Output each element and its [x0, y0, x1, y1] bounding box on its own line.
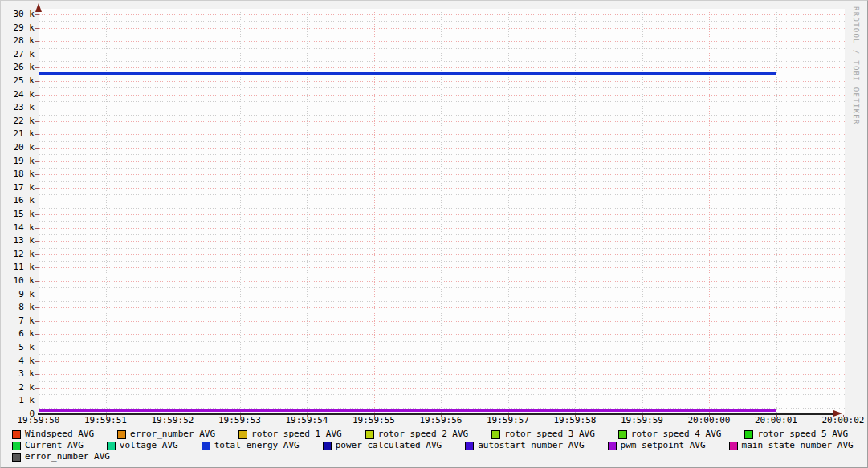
legend-label: rotor speed 1 AVG: [251, 429, 342, 440]
x-tick-label: 19:59:55: [348, 416, 401, 425]
legend-label: rotor speed 2 AVG: [378, 429, 469, 440]
y-tick-label: 19 k: [1, 157, 35, 166]
legend-row: error_number AVG: [12, 451, 868, 462]
legend-item: power_calculated AVG: [323, 440, 442, 451]
y-tick-label: 29 k: [1, 23, 35, 33]
legend-label: total_energy AVG: [214, 440, 300, 451]
y-tick-label: 7 k: [1, 316, 35, 326]
legend-swatch: [729, 442, 738, 450]
y-tick-label: 30 k: [1, 10, 35, 19]
legend-swatch: [323, 442, 332, 450]
x-tick-label: 19:59:53: [214, 416, 267, 425]
legend-label: rotor speed 5 AVG: [757, 429, 848, 440]
legend-item: rotor speed 4 AVG: [618, 429, 722, 440]
y-tick-label: 18 k: [1, 169, 35, 179]
x-tick-label: 19:59:52: [146, 416, 199, 425]
x-tick-label: 19:59:50: [12, 416, 65, 425]
legend-swatch: [202, 442, 210, 450]
x-tick-label: 19:59:57: [482, 416, 535, 425]
legend-item: rotor speed 3 AVG: [491, 429, 595, 440]
legend-label: error_number AVG: [25, 451, 110, 462]
y-tick-label: 26 k: [1, 63, 35, 72]
legend-item: error_number AVG: [117, 429, 215, 440]
x-tick-label: 19:59:54: [280, 416, 333, 425]
legend-swatch: [618, 430, 627, 439]
x-tick-label: 19:59:51: [79, 416, 132, 425]
y-tick-label: 17 k: [1, 183, 35, 193]
x-tick-label: 20:00:02: [817, 416, 868, 425]
y-tick-label: 4 k: [1, 356, 35, 366]
legend-swatch: [491, 430, 500, 439]
x-tick-label: 19:59:56: [414, 416, 467, 425]
legend-item: autostart_number AVG: [465, 440, 584, 451]
y-tick-label: 24 k: [1, 90, 35, 100]
legend-item: rotor speed 5 AVG: [744, 429, 848, 440]
legend-swatch: [744, 430, 753, 439]
legend-label: rotor speed 4 AVG: [631, 429, 722, 440]
legend: Windspeed AVGerror_number AVGrotor speed…: [12, 429, 868, 462]
y-tick-label: 28 k: [1, 36, 35, 46]
legend-swatch: [107, 442, 116, 450]
legend-swatch: [12, 453, 21, 462]
legend-label: rotor speed 3 AVG: [504, 429, 595, 440]
legend-item: total_energy AVG: [202, 440, 300, 451]
y-tick-label: 9 k: [1, 290, 35, 299]
legend-label: Current AVG: [25, 440, 84, 451]
y-tick-label: 27 k: [1, 50, 35, 59]
legend-item: Windspeed AVG: [12, 429, 94, 440]
legend-item: rotor speed 2 AVG: [365, 429, 469, 440]
legend-item: Current AVG: [12, 440, 84, 451]
y-tick-label: 23 k: [1, 103, 35, 112]
legend-swatch: [365, 430, 374, 439]
y-tick-label: 12 k: [1, 250, 35, 259]
x-tick-label: 19:59:58: [548, 416, 601, 425]
y-tick-label: 5 k: [1, 343, 35, 352]
y-tick-label: 21 k: [1, 129, 35, 139]
legend-label: pwm_setpoint AVG: [621, 440, 706, 451]
legend-label: power_calculated AVG: [336, 440, 442, 451]
y-tick-label: 10 k: [1, 276, 35, 286]
legend-item: pwm_setpoint AVG: [608, 440, 706, 451]
y-tick-label: 1 k: [1, 396, 35, 405]
legend-swatch: [238, 430, 247, 439]
legend-label: voltage AVG: [120, 440, 178, 451]
y-tick-label: 6 k: [1, 329, 35, 339]
legend-swatch: [12, 442, 21, 450]
y-tick-label: 16 k: [1, 196, 35, 206]
legend-row: Windspeed AVGerror_number AVGrotor speed…: [12, 429, 868, 440]
x-tick-label: 19:59:59: [616, 416, 669, 425]
y-tick-label: 15 k: [1, 210, 35, 219]
legend-item: voltage AVG: [107, 440, 178, 451]
y-tick-label: 13 k: [1, 236, 35, 246]
y-tick-label: 25 k: [1, 76, 35, 86]
y-tick-label: 14 k: [1, 223, 35, 233]
y-tick-label: 2 k: [1, 383, 35, 393]
y-tick-label: 3 k: [1, 369, 35, 379]
legend-item: main_state_number AVG: [729, 440, 854, 451]
watermark: RRDTOOL / TOBI OETIKER: [852, 6, 860, 125]
y-tick-label: 20 k: [1, 143, 35, 153]
legend-swatch: [117, 430, 126, 439]
legend-label: main_state_number AVG: [742, 440, 854, 451]
x-tick-label: 20:00:01: [750, 416, 803, 425]
y-tick-label: 11 k: [1, 262, 35, 272]
legend-item: error_number AVG: [12, 451, 110, 462]
legend-swatch: [608, 442, 617, 450]
legend-row: Current AVGvoltage AVGtotal_energy AVGpo…: [12, 440, 868, 451]
legend-label: autostart_number AVG: [478, 440, 584, 451]
y-tick-label: 8 k: [1, 303, 35, 312]
rrdtool-graph: 30 k29 k28 k27 k26 k25 k24 k23 k22 k21 k…: [0, 0, 868, 468]
axis-label-layer: 30 k29 k28 k27 k26 k25 k24 k23 k22 k21 k…: [1, 1, 867, 467]
legend-label: error_number AVG: [130, 429, 215, 440]
legend-label: Windspeed AVG: [25, 429, 94, 440]
legend-swatch: [465, 442, 474, 450]
legend-swatch: [12, 430, 21, 439]
legend-item: rotor speed 1 AVG: [238, 429, 342, 440]
x-tick-label: 20:00:00: [683, 416, 736, 425]
y-tick-label: 22 k: [1, 116, 35, 126]
